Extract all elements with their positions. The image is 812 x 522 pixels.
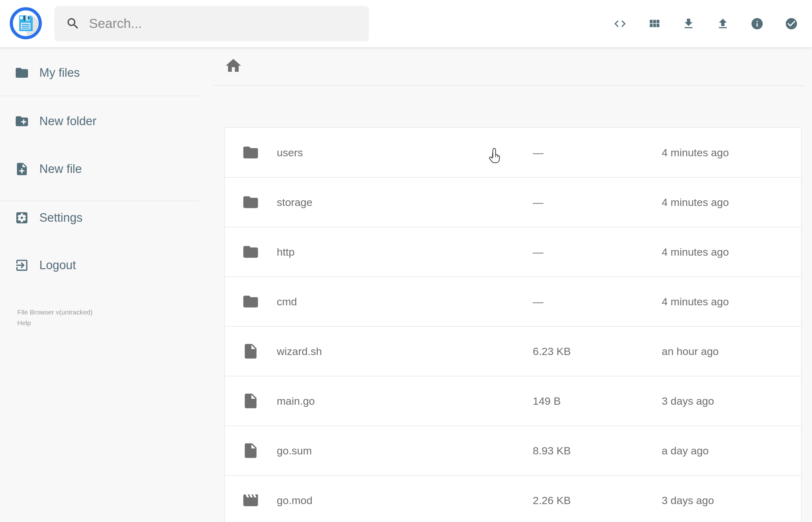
sidebar-item-settings[interactable]: Settings xyxy=(0,207,199,228)
breadcrumb-divider xyxy=(214,85,805,86)
item-name: storage xyxy=(277,196,312,208)
list-item-cmd[interactable]: cmd — 4 minutes ago xyxy=(224,276,801,327)
file-icon xyxy=(242,442,260,459)
item-modified: 4 minutes ago xyxy=(662,196,729,208)
sidebar-item-label: Settings xyxy=(39,211,82,224)
item-size: — xyxy=(533,146,544,159)
folder-icon xyxy=(242,194,260,211)
breadcrumb-home[interactable] xyxy=(224,57,242,75)
list-item-main-go[interactable]: main.go 149 B 3 days ago xyxy=(224,376,801,426)
item-modified: 4 minutes ago xyxy=(662,246,729,258)
item-name: cmd xyxy=(277,296,297,308)
item-size: — xyxy=(533,196,544,208)
search-input[interactable] xyxy=(89,16,353,31)
list-item-go-mod[interactable]: go.mod 2.26 KB 3 days ago xyxy=(224,475,801,522)
settings-icon xyxy=(15,210,29,225)
item-size: 149 B xyxy=(533,395,561,407)
info-button[interactable] xyxy=(750,17,764,31)
sidebar-item-label: Logout xyxy=(39,259,76,272)
select-multiple-button[interactable] xyxy=(785,17,798,31)
file-icon xyxy=(242,342,260,360)
sidebar-item-logout[interactable]: Logout xyxy=(0,254,199,276)
search-icon xyxy=(66,16,80,31)
download-icon xyxy=(682,17,695,31)
folder-icon xyxy=(242,243,260,261)
logout-icon xyxy=(15,258,29,273)
item-modified: 4 minutes ago xyxy=(662,296,729,308)
new-file-icon xyxy=(15,162,29,176)
new-folder-icon xyxy=(15,114,29,128)
item-modified: 3 days ago xyxy=(662,494,714,507)
sidebar-item-label: New folder xyxy=(39,115,97,128)
item-name: go.sum xyxy=(277,445,312,457)
item-size: — xyxy=(533,296,544,308)
home-icon xyxy=(224,57,242,75)
sidebar: My files New folder New file Settings Lo… xyxy=(0,47,199,522)
sidebar-item-label: New file xyxy=(39,162,82,176)
code-icon xyxy=(613,17,627,31)
app-logo[interactable] xyxy=(9,7,42,40)
help-link[interactable]: Help xyxy=(17,318,93,328)
list-item-http[interactable]: http — 4 minutes ago xyxy=(224,227,801,277)
sidebar-divider xyxy=(0,201,199,201)
sidebar-item-new-file[interactable]: New file xyxy=(0,158,199,180)
download-button[interactable] xyxy=(682,17,695,31)
filebrowser-logo-icon xyxy=(9,7,42,40)
list-item-storage[interactable]: storage — 4 minutes ago xyxy=(224,177,801,227)
sidebar-item-label: My files xyxy=(39,66,80,80)
movie-icon xyxy=(242,491,260,509)
search-bar[interactable] xyxy=(55,6,369,41)
list-item-users[interactable]: users — 4 minutes ago xyxy=(224,127,801,178)
list-item-go-sum[interactable]: go.sum 8.93 KB a day ago xyxy=(224,425,801,476)
raw-code-button[interactable] xyxy=(613,17,627,31)
upload-button[interactable] xyxy=(716,17,730,31)
item-modified: a day ago xyxy=(662,445,709,457)
item-name: go.mod xyxy=(277,494,312,507)
app-version: File Browser v(untracked) xyxy=(17,307,93,318)
item-name: wizard.sh xyxy=(277,345,322,358)
switch-view-button[interactable] xyxy=(648,17,661,31)
sidebar-item-new-folder[interactable]: New folder xyxy=(0,110,199,132)
folder-icon xyxy=(242,144,260,161)
header-actions xyxy=(613,0,798,47)
item-size: 8.93 KB xyxy=(533,445,571,457)
item-modified: 4 minutes ago xyxy=(662,146,729,159)
item-name: main.go xyxy=(277,395,315,407)
item-name: http xyxy=(277,246,295,258)
file-list: users — 4 minutes ago storage — 4 minute… xyxy=(224,127,801,522)
file-icon xyxy=(242,392,260,410)
sidebar-item-my-files[interactable]: My files xyxy=(0,62,199,84)
item-size: — xyxy=(533,246,544,258)
check-circle-icon xyxy=(785,17,798,31)
folder-icon xyxy=(242,293,260,310)
file-listing-area: Name Size Last modified users — 4 minute… xyxy=(199,47,812,522)
item-name: users xyxy=(277,146,303,159)
item-modified: 3 days ago xyxy=(662,395,714,407)
top-bar xyxy=(0,0,812,47)
info-icon xyxy=(750,17,764,31)
item-size: 2.26 KB xyxy=(533,494,571,507)
item-modified: an hour ago xyxy=(662,345,719,358)
grid-view-icon xyxy=(648,17,661,31)
sidebar-divider xyxy=(0,96,199,96)
item-size: 6.23 KB xyxy=(533,345,571,358)
upload-icon xyxy=(716,17,730,31)
sidebar-footer: File Browser v(untracked) Help xyxy=(17,307,93,328)
folder-icon xyxy=(15,65,29,80)
list-item-wizard-sh[interactable]: wizard.sh 6.23 KB an hour ago xyxy=(224,326,801,376)
